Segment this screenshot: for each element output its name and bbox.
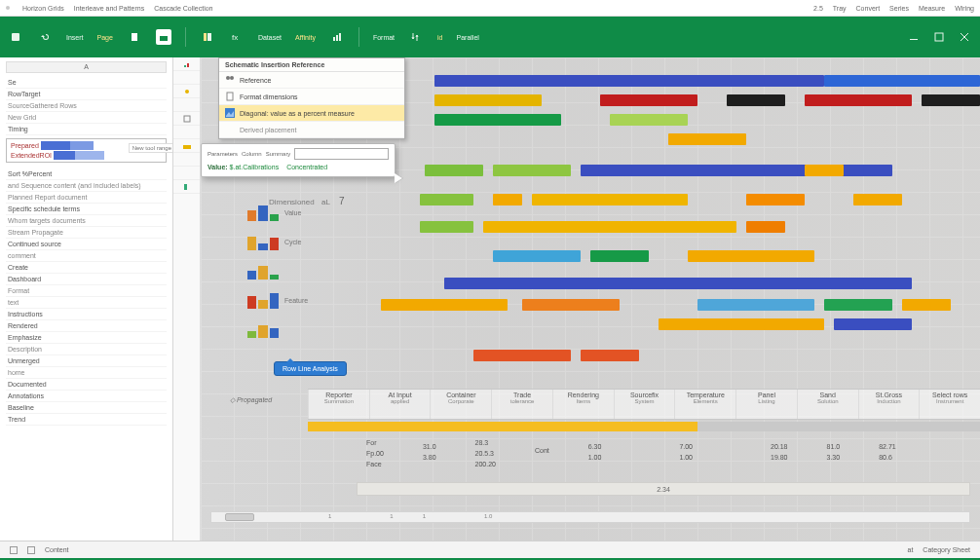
bar-segment[interactable] bbox=[493, 165, 571, 176]
active-tool-icon[interactable] bbox=[156, 29, 171, 45]
data-cell[interactable]: 20.5.3 bbox=[475, 450, 496, 457]
hscrollbar[interactable]: 1111.0 bbox=[210, 511, 970, 523]
bar-segment[interactable] bbox=[834, 318, 912, 330]
maximize-icon[interactable] bbox=[931, 29, 947, 45]
row-item[interactable]: Unmerged bbox=[6, 355, 167, 367]
row-item[interactable]: and Sequence content (and included label… bbox=[6, 180, 167, 192]
chart-icon[interactable] bbox=[329, 29, 345, 45]
data-cell[interactable]: 20.18 bbox=[771, 443, 788, 450]
bar-segment[interactable] bbox=[727, 94, 785, 106]
column-header[interactable]: At Inputapplied bbox=[369, 390, 431, 419]
row-item[interactable]: Sort %Percent bbox=[6, 168, 167, 180]
data-cell[interactable]: 31.0 bbox=[423, 443, 436, 450]
column-header-a[interactable] bbox=[6, 61, 167, 73]
gutter-cell[interactable] bbox=[173, 71, 200, 85]
row-item[interactable]: Timing bbox=[6, 124, 167, 135]
row-item[interactable]: text bbox=[6, 297, 167, 309]
row-item[interactable]: Documented bbox=[6, 379, 167, 391]
data-cell[interactable]: 1.00 bbox=[679, 454, 693, 461]
column-header[interactable]: TemperatureElements bbox=[674, 390, 735, 419]
bar-segment[interactable] bbox=[668, 133, 746, 145]
bar-segment[interactable] bbox=[600, 94, 697, 106]
bar-segment[interactable] bbox=[581, 350, 639, 361]
sheet-nav-icon[interactable] bbox=[27, 546, 35, 554]
column-header[interactable]: SandSolution bbox=[797, 390, 858, 419]
bar-segment[interactable] bbox=[434, 75, 824, 87]
bar-segment[interactable] bbox=[522, 299, 620, 311]
gutter-cell[interactable] bbox=[173, 167, 200, 180]
data-cell[interactable]: 7.00 bbox=[679, 443, 693, 450]
column-header[interactable]: PanelListing bbox=[735, 390, 797, 419]
row-item[interactable]: Stream Propagate bbox=[6, 227, 167, 239]
bar-segment[interactable] bbox=[425, 165, 483, 176]
bar-segment[interactable] bbox=[824, 299, 892, 311]
bar-segment[interactable] bbox=[590, 250, 649, 262]
row-item[interactable]: SourceGathered Rows bbox=[6, 100, 167, 112]
minimize-icon[interactable] bbox=[906, 29, 922, 45]
tab[interactable]: 2.5 bbox=[813, 5, 823, 12]
row-item[interactable]: comment bbox=[6, 250, 167, 262]
ribbon-item[interactable]: Affinity bbox=[295, 34, 316, 41]
column-header[interactable]: Select rowsInstrument bbox=[919, 390, 980, 419]
bar-segment[interactable] bbox=[444, 278, 912, 289]
gutter-cell[interactable] bbox=[173, 112, 200, 126]
bar-segment[interactable] bbox=[493, 194, 522, 205]
data-cell[interactable]: 28.3 bbox=[475, 439, 496, 446]
row-item[interactable]: home bbox=[6, 367, 167, 379]
tab[interactable] bbox=[6, 6, 13, 10]
bar-segment[interactable] bbox=[922, 94, 980, 106]
gutter-cell[interactable] bbox=[173, 57, 200, 71]
tab[interactable]: Interleave and Patterns bbox=[74, 5, 144, 12]
tab[interactable]: Measure bbox=[919, 5, 945, 12]
data-cell[interactable]: 1.00 bbox=[588, 454, 602, 461]
column-header[interactable]: Tradetolerance bbox=[491, 390, 552, 419]
tab[interactable]: Wiring bbox=[955, 5, 974, 12]
tab[interactable]: Convert bbox=[856, 5, 881, 12]
row-item[interactable]: RowTarget bbox=[6, 89, 167, 100]
bar-segment[interactable] bbox=[805, 94, 912, 106]
column-header[interactable]: RenderingItems bbox=[552, 390, 614, 419]
data-cell[interactable]: 82.71 bbox=[879, 443, 896, 450]
bar-segment[interactable] bbox=[581, 165, 892, 176]
tab[interactable]: Horizon Grids bbox=[22, 5, 64, 12]
ribbon-item[interactable]: id bbox=[437, 34, 442, 41]
gutter-cell[interactable] bbox=[173, 139, 200, 153]
save-icon[interactable] bbox=[8, 29, 23, 45]
row-item[interactable]: Specific schedule terms bbox=[6, 204, 167, 215]
bar-segment[interactable] bbox=[902, 299, 951, 311]
pivot-icon[interactable] bbox=[200, 29, 215, 45]
bar-segment[interactable] bbox=[805, 165, 844, 176]
sort-icon[interactable] bbox=[408, 29, 424, 45]
gutter-cell[interactable] bbox=[173, 153, 200, 167]
paste-icon[interactable] bbox=[127, 29, 142, 45]
bar-segment[interactable] bbox=[473, 350, 571, 361]
row-item[interactable]: Format bbox=[6, 285, 167, 297]
bar-segment[interactable] bbox=[746, 221, 785, 233]
column-header[interactable]: SourcefixSystem bbox=[614, 390, 675, 419]
data-cell[interactable]: Cont bbox=[535, 447, 549, 454]
sheet-tab[interactable]: Category Sheet bbox=[923, 546, 970, 553]
ribbon-item[interactable]: Insert bbox=[66, 34, 84, 41]
data-cell[interactable]: 3.80 bbox=[423, 454, 436, 461]
bar-segment[interactable] bbox=[483, 221, 736, 233]
row-item[interactable]: Se bbox=[6, 77, 167, 89]
row-item[interactable]: Annotations bbox=[6, 391, 167, 402]
tab[interactable]: Series bbox=[889, 5, 909, 12]
sheet-tab[interactable]: Content bbox=[45, 546, 69, 553]
data-cell[interactable]: 80.6 bbox=[879, 454, 896, 461]
row-item[interactable]: Emphasize bbox=[6, 332, 167, 344]
data-cell[interactable]: 200.20 bbox=[475, 461, 496, 467]
row-item[interactable]: Rendered bbox=[6, 320, 167, 332]
sheet-tab[interactable]: at bbox=[908, 546, 914, 553]
bar-segment[interactable] bbox=[434, 94, 542, 106]
data-cell[interactable]: Fp.00 bbox=[366, 450, 384, 457]
data-cell[interactable]: For bbox=[366, 439, 384, 446]
gutter-cell[interactable] bbox=[173, 126, 200, 139]
bar-segment[interactable] bbox=[853, 194, 902, 205]
gutter-cell[interactable] bbox=[173, 98, 200, 112]
row-item[interactable]: Description bbox=[6, 344, 167, 355]
ribbon-item[interactable]: Format bbox=[373, 34, 395, 41]
data-cell[interactable]: 6.30 bbox=[588, 443, 602, 450]
sheet-nav-icon[interactable] bbox=[10, 546, 18, 554]
bar-segment[interactable] bbox=[420, 194, 473, 205]
